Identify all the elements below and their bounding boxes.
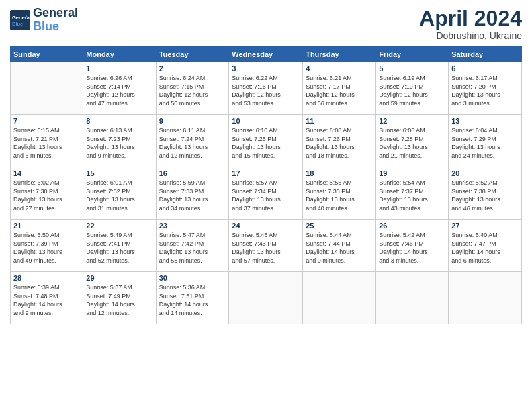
day-cell: 15Sunrise: 6:01 AMSunset: 7:32 PMDayligh…: [83, 167, 156, 220]
day-cell: 12Sunrise: 6:06 AMSunset: 7:28 PMDayligh…: [376, 115, 449, 167]
day-cell: 30Sunrise: 5:36 AMSunset: 7:51 PMDayligh…: [156, 272, 229, 324]
day-info: Sunrise: 6:10 AMSunset: 7:25 PMDaylight:…: [232, 126, 300, 160]
calendar-table: Sunday Monday Tuesday Wednesday Thursday…: [10, 46, 522, 324]
day-number: 27: [451, 222, 519, 230]
week-row-1: 1Sunrise: 6:26 AMSunset: 7:14 PMDaylight…: [11, 62, 522, 115]
logo: General Blue General Blue: [10, 7, 78, 34]
day-cell: [303, 272, 376, 324]
col-friday: Friday: [376, 47, 449, 62]
day-number: 16: [159, 169, 226, 177]
day-info: Sunrise: 6:06 AMSunset: 7:28 PMDaylight:…: [379, 126, 445, 160]
day-info: Sunrise: 6:21 AMSunset: 7:17 PMDaylight:…: [306, 74, 373, 107]
day-number: 28: [13, 274, 80, 282]
day-info: Sunrise: 5:47 AMSunset: 7:42 PMDaylight:…: [159, 231, 226, 265]
day-number: 12: [379, 117, 445, 125]
day-number: 25: [306, 222, 373, 230]
month-title: April 2024: [419, 7, 522, 30]
day-info: Sunrise: 5:52 AMSunset: 7:38 PMDaylight:…: [451, 179, 519, 212]
day-cell: 8Sunrise: 6:13 AMSunset: 7:23 PMDaylight…: [83, 115, 156, 167]
day-info: Sunrise: 5:37 AMSunset: 7:49 PMDaylight:…: [86, 283, 152, 317]
day-number: 4: [306, 64, 373, 73]
day-info: Sunrise: 5:45 AMSunset: 7:43 PMDaylight:…: [232, 231, 300, 265]
col-tuesday: Tuesday: [156, 47, 229, 62]
day-number: 17: [232, 169, 300, 177]
day-cell: 29Sunrise: 5:37 AMSunset: 7:49 PMDayligh…: [83, 272, 156, 324]
day-cell: 24Sunrise: 5:45 AMSunset: 7:43 PMDayligh…: [229, 220, 303, 272]
day-cell: 6Sunrise: 6:17 AMSunset: 7:20 PMDaylight…: [449, 62, 522, 115]
day-number: 20: [451, 169, 519, 177]
day-number: 29: [86, 274, 152, 282]
day-number: 19: [379, 169, 445, 177]
day-info: Sunrise: 5:42 AMSunset: 7:46 PMDaylight:…: [379, 231, 445, 265]
day-number: 8: [86, 117, 152, 125]
day-info: Sunrise: 6:01 AMSunset: 7:32 PMDaylight:…: [86, 179, 152, 212]
day-number: 7: [13, 117, 80, 125]
day-number: 18: [306, 169, 373, 177]
day-info: Sunrise: 5:39 AMSunset: 7:48 PMDaylight:…: [13, 283, 80, 317]
day-info: Sunrise: 6:08 AMSunset: 7:26 PMDaylight:…: [306, 126, 373, 160]
day-number: 30: [159, 274, 226, 282]
day-number: 24: [232, 222, 300, 230]
week-row-2: 7Sunrise: 6:15 AMSunset: 7:21 PMDaylight…: [11, 115, 522, 167]
day-info: Sunrise: 5:40 AMSunset: 7:47 PMDaylight:…: [451, 231, 519, 265]
day-cell: 14Sunrise: 6:02 AMSunset: 7:30 PMDayligh…: [11, 167, 83, 220]
day-cell: 18Sunrise: 5:55 AMSunset: 7:35 PMDayligh…: [303, 167, 376, 220]
day-cell: 10Sunrise: 6:10 AMSunset: 7:25 PMDayligh…: [229, 115, 303, 167]
day-info: Sunrise: 5:49 AMSunset: 7:41 PMDaylight:…: [86, 231, 152, 265]
day-number: 22: [86, 222, 152, 230]
day-cell: 5Sunrise: 6:19 AMSunset: 7:19 PMDaylight…: [376, 62, 449, 115]
day-cell: [376, 272, 449, 324]
week-row-4: 21Sunrise: 5:50 AMSunset: 7:39 PMDayligh…: [11, 220, 522, 272]
day-number: 2: [159, 64, 226, 73]
day-number: 21: [13, 222, 80, 230]
day-number: 3: [232, 64, 300, 73]
day-cell: [449, 272, 522, 324]
day-cell: 20Sunrise: 5:52 AMSunset: 7:38 PMDayligh…: [449, 167, 522, 220]
day-info: Sunrise: 5:44 AMSunset: 7:44 PMDaylight:…: [306, 231, 373, 265]
day-info: Sunrise: 6:15 AMSunset: 7:21 PMDaylight:…: [13, 126, 80, 160]
svg-text:Blue: Blue: [12, 20, 23, 26]
week-row-5: 28Sunrise: 5:39 AMSunset: 7:48 PMDayligh…: [11, 272, 522, 324]
day-number: 6: [451, 64, 519, 73]
day-cell: 19Sunrise: 5:54 AMSunset: 7:37 PMDayligh…: [376, 167, 449, 220]
header: General Blue General Blue April 2024 Dob…: [10, 7, 522, 41]
logo-icon: General Blue: [10, 10, 30, 30]
day-info: Sunrise: 6:19 AMSunset: 7:19 PMDaylight:…: [379, 74, 445, 107]
day-info: Sunrise: 5:59 AMSunset: 7:33 PMDaylight:…: [159, 179, 226, 212]
day-info: Sunrise: 5:50 AMSunset: 7:39 PMDaylight:…: [13, 231, 80, 265]
day-info: Sunrise: 5:55 AMSunset: 7:35 PMDaylight:…: [306, 179, 373, 212]
day-number: 11: [306, 117, 373, 125]
day-info: Sunrise: 5:54 AMSunset: 7:37 PMDaylight:…: [379, 179, 445, 212]
col-monday: Monday: [83, 47, 156, 62]
day-info: Sunrise: 6:22 AMSunset: 7:16 PMDaylight:…: [232, 74, 300, 107]
col-wednesday: Wednesday: [229, 47, 303, 62]
logo-text: General Blue: [33, 7, 78, 34]
day-number: 10: [232, 117, 300, 125]
location: Dobrushino, Ukraine: [419, 30, 522, 41]
day-cell: 23Sunrise: 5:47 AMSunset: 7:42 PMDayligh…: [156, 220, 229, 272]
day-number: 1: [86, 64, 152, 73]
col-saturday: Saturday: [449, 47, 522, 62]
calendar-header-row: Sunday Monday Tuesday Wednesday Thursday…: [11, 47, 522, 62]
day-info: Sunrise: 5:57 AMSunset: 7:34 PMDaylight:…: [232, 179, 300, 212]
day-cell: 22Sunrise: 5:49 AMSunset: 7:41 PMDayligh…: [83, 220, 156, 272]
day-cell: 17Sunrise: 5:57 AMSunset: 7:34 PMDayligh…: [229, 167, 303, 220]
day-cell: 27Sunrise: 5:40 AMSunset: 7:47 PMDayligh…: [449, 220, 522, 272]
day-cell: 1Sunrise: 6:26 AMSunset: 7:14 PMDaylight…: [83, 62, 156, 115]
day-cell: [11, 62, 83, 115]
day-cell: 9Sunrise: 6:11 AMSunset: 7:24 PMDaylight…: [156, 115, 229, 167]
title-block: April 2024 Dobrushino, Ukraine: [419, 7, 522, 41]
day-cell: 25Sunrise: 5:44 AMSunset: 7:44 PMDayligh…: [303, 220, 376, 272]
day-cell: 4Sunrise: 6:21 AMSunset: 7:17 PMDaylight…: [303, 62, 376, 115]
day-cell: 13Sunrise: 6:04 AMSunset: 7:29 PMDayligh…: [449, 115, 522, 167]
day-number: 5: [379, 64, 445, 73]
day-cell: 11Sunrise: 6:08 AMSunset: 7:26 PMDayligh…: [303, 115, 376, 167]
day-number: 15: [86, 169, 152, 177]
day-number: 13: [451, 117, 519, 125]
page: General Blue General Blue April 2024 Dob…: [0, 0, 532, 411]
day-cell: 16Sunrise: 5:59 AMSunset: 7:33 PMDayligh…: [156, 167, 229, 220]
day-cell: [229, 272, 303, 324]
day-info: Sunrise: 6:26 AMSunset: 7:14 PMDaylight:…: [86, 74, 152, 107]
day-cell: 26Sunrise: 5:42 AMSunset: 7:46 PMDayligh…: [376, 220, 449, 272]
day-cell: 21Sunrise: 5:50 AMSunset: 7:39 PMDayligh…: [11, 220, 83, 272]
